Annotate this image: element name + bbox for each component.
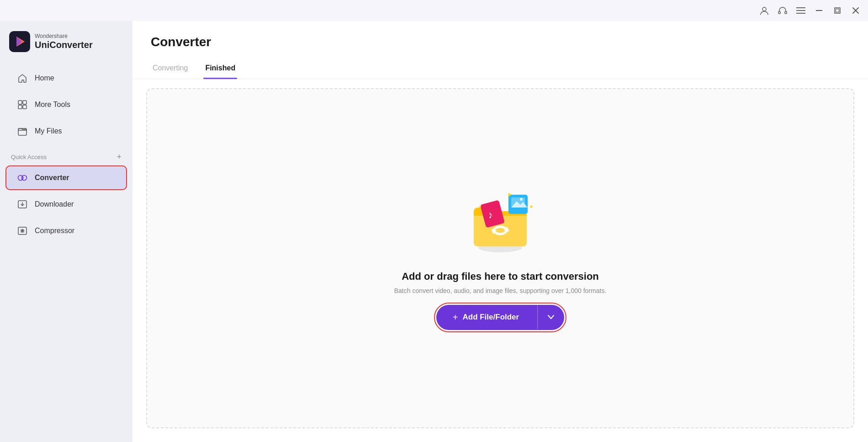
svg-rect-14 [18, 101, 22, 104]
drop-subtitle: Batch convert video, audio, and image fi… [394, 287, 607, 294]
svg-point-32 [508, 193, 511, 196]
my-files-icon [16, 125, 28, 137]
svg-rect-2 [785, 11, 787, 14]
close-icon[interactable] [851, 5, 861, 16]
maximize-icon[interactable] [832, 5, 842, 16]
tab-converting[interactable]: Converting [151, 59, 190, 79]
add-file-area: + Add File/Folder [434, 303, 566, 332]
svg-point-0 [762, 7, 766, 11]
svg-point-20 [22, 176, 27, 181]
nav-label-my-files: My Files [35, 127, 62, 135]
nav-label-converter: Converter [35, 174, 69, 182]
nav-label-home: Home [35, 74, 54, 82]
more-tools-icon [16, 99, 28, 111]
brand-bottom: UniConverter [35, 40, 93, 50]
svg-rect-15 [23, 101, 26, 104]
logo-area: Wondershare UniConverter [0, 21, 132, 65]
svg-point-31 [520, 198, 523, 201]
nav-item-more-tools[interactable]: More Tools [5, 92, 127, 117]
sidebar: Wondershare UniConverter Home [0, 21, 132, 442]
downloader-icon [16, 198, 28, 210]
nav-item-my-files[interactable]: My Files [5, 119, 127, 144]
minimize-icon[interactable] [814, 5, 824, 16]
drop-title: Add or drag files here to start conversi… [402, 271, 599, 282]
page-title: Converter [151, 35, 850, 49]
main-content: Converter Converting Finished [132, 21, 868, 442]
svg-rect-1 [778, 11, 780, 14]
logo-text: Wondershare UniConverter [35, 33, 93, 49]
menu-icon[interactable] [796, 5, 806, 16]
page-header: Converter [132, 21, 868, 59]
nav-label-more-tools: More Tools [35, 101, 70, 109]
app-logo-icon [9, 31, 30, 52]
plus-icon: + [453, 312, 458, 323]
chevron-down-icon [548, 315, 554, 320]
dropdown-arrow[interactable] [538, 305, 564, 329]
converter-illustration: ♪ [464, 185, 537, 258]
nav-item-compressor[interactable]: Compressor [5, 218, 127, 243]
drop-area[interactable]: ♪ Add or drag files here to start conver… [146, 88, 854, 428]
svg-rect-17 [23, 105, 26, 109]
svg-rect-7 [835, 8, 840, 13]
nav-item-converter[interactable]: Converter [5, 165, 127, 190]
nav-label-downloader: Downloader [35, 200, 74, 208]
quick-access-label: Quick Access + [0, 144, 132, 165]
brand-top: Wondershare [35, 33, 93, 39]
svg-rect-6 [816, 10, 822, 11]
quick-access-add-button[interactable]: + [116, 153, 122, 161]
add-file-button[interactable]: + Add File/Folder [436, 305, 564, 330]
user-icon[interactable] [759, 5, 769, 16]
compressor-icon [16, 225, 28, 237]
tabs-bar: Converting Finished [132, 59, 868, 79]
svg-point-33 [530, 205, 533, 208]
svg-point-34 [479, 206, 481, 208]
tab-finished[interactable]: Finished [203, 59, 237, 79]
svg-rect-8 [836, 9, 839, 12]
svg-rect-16 [18, 105, 22, 109]
app-body: Wondershare UniConverter Home [0, 21, 868, 442]
add-file-label: Add File/Folder [462, 313, 519, 322]
add-file-main: + Add File/Folder [436, 305, 537, 330]
titlebar [0, 0, 868, 21]
nav-item-downloader[interactable]: Downloader [5, 192, 127, 217]
quick-access-text: Quick Access [11, 154, 47, 160]
home-icon [16, 72, 28, 84]
nav-label-compressor: Compressor [35, 227, 74, 235]
converter-icon [16, 172, 28, 184]
nav-item-home[interactable]: Home [5, 66, 127, 91]
headset-icon[interactable] [778, 5, 788, 16]
